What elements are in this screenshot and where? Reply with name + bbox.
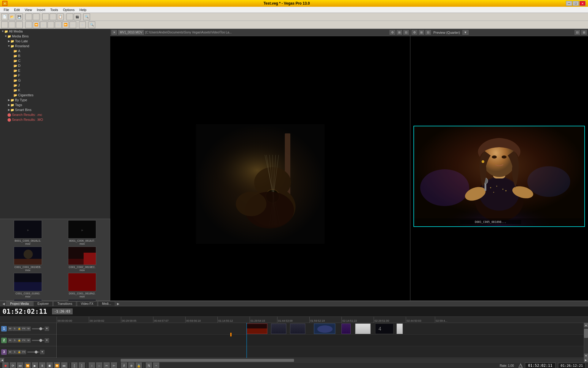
bt-in-marker[interactable]: [ bbox=[71, 362, 77, 368]
tree-item-search1[interactable]: ⬤ Search Results: .mc bbox=[0, 112, 110, 117]
bt-play[interactable]: ▶ bbox=[32, 362, 38, 368]
tree-item-cigarettes[interactable]: 📂 Cigarettes bbox=[0, 93, 110, 98]
h-scroll-left[interactable]: ◀ bbox=[0, 358, 4, 362]
clip-1-7[interactable]: 4 bbox=[375, 324, 394, 334]
menu-help[interactable]: Help bbox=[77, 7, 89, 12]
tab-media[interactable]: Medi... bbox=[98, 301, 115, 306]
thumbnail-b001c006[interactable]: ▶ B001_C006_0818J7.mov bbox=[56, 220, 109, 245]
bt-grid[interactable]: # bbox=[121, 362, 127, 368]
tree-item-k[interactable]: 📂 K bbox=[0, 88, 110, 93]
paste-button[interactable]: 📋 bbox=[57, 13, 64, 20]
minimize-button[interactable]: ─ bbox=[566, 1, 572, 6]
bt-out-marker[interactable]: ] bbox=[79, 362, 85, 368]
copy-button[interactable]: ⎘ bbox=[50, 13, 56, 20]
thumbnail-c001c002[interactable]: C001_C002_0819EC.mov bbox=[56, 247, 109, 272]
track-fx-2[interactable]: FX bbox=[22, 338, 26, 343]
bt-prev[interactable]: ⏪ bbox=[24, 362, 31, 368]
bt-stop[interactable]: ⏹ bbox=[47, 362, 53, 368]
track-solo-2[interactable]: S bbox=[13, 338, 17, 343]
bt-normalize[interactable]: N bbox=[146, 362, 152, 368]
bt-ripple[interactable]: ↕ bbox=[89, 362, 95, 368]
tab-project-media[interactable]: Project Media bbox=[6, 301, 33, 306]
cut-button[interactable]: ✂ bbox=[42, 13, 49, 20]
rewind-all-button[interactable]: ⏮ bbox=[25, 21, 32, 28]
track-collapse-1[interactable]: ▼ bbox=[45, 327, 49, 331]
save-button[interactable]: 💾 bbox=[16, 13, 23, 20]
maximize-button[interactable]: □ bbox=[573, 1, 579, 6]
clip-1-2[interactable] bbox=[271, 324, 286, 334]
bt-trim[interactable]: ⊢ bbox=[111, 362, 117, 368]
h-scroll-right[interactable]: ▶ bbox=[584, 358, 588, 362]
track-mute-1[interactable]: M bbox=[8, 327, 12, 331]
bt-fade[interactable]: ~ bbox=[153, 362, 159, 368]
new-button[interactable]: 📄 bbox=[1, 13, 8, 20]
menu-tools[interactable]: Tools bbox=[48, 7, 61, 12]
right-popup-button[interactable]: ⊞ bbox=[419, 30, 424, 35]
tree-item-e[interactable]: 📂 E bbox=[0, 68, 110, 73]
track-lock-2[interactable]: 🔒 bbox=[17, 338, 21, 343]
track-volume-3[interactable] bbox=[27, 351, 40, 353]
scrollbar-thumb[interactable] bbox=[584, 329, 588, 338]
clip-1-6[interactable] bbox=[355, 324, 371, 334]
undo-button[interactable]: ↩ bbox=[25, 13, 32, 20]
render-button[interactable]: ⚙ bbox=[66, 13, 73, 20]
tab-transitions[interactable]: Transitions bbox=[53, 301, 76, 306]
bt-prev-all[interactable]: ⏮ bbox=[17, 362, 23, 368]
menu-view[interactable]: View bbox=[22, 7, 35, 12]
tree-item-b[interactable]: 📂 B bbox=[0, 53, 110, 58]
bt-split[interactable]: ✂ bbox=[104, 362, 110, 368]
right-expand-button[interactable]: ⊞ bbox=[581, 30, 587, 35]
track-fx-3[interactable]: FX bbox=[22, 350, 26, 354]
tree-item-d[interactable]: 📂 D bbox=[0, 63, 110, 68]
metronome-icon[interactable] bbox=[518, 362, 524, 368]
bt-lock[interactable]: 🔒 bbox=[136, 362, 142, 368]
thumbnail-d001c001[interactable]: D001_C001_0818N2.mov bbox=[56, 273, 109, 298]
explorer-button[interactable]: 🔍 bbox=[83, 13, 90, 20]
tab-scroll-left[interactable]: ◀ bbox=[1, 301, 6, 306]
tree-item-g[interactable]: 📂 G bbox=[0, 78, 110, 83]
bt-loop[interactable]: ⟳ bbox=[10, 362, 16, 368]
track-collapse-2[interactable]: ▼ bbox=[45, 338, 49, 343]
right-settings-button[interactable]: ⚙ bbox=[412, 30, 417, 35]
clip-1-5[interactable] bbox=[341, 324, 351, 334]
tree-item-by-type[interactable]: ▶📁 By Type bbox=[0, 98, 110, 102]
tree-item-media-bins[interactable]: ▼📁 Media Bins bbox=[0, 34, 110, 39]
tree-item-search2[interactable]: ⬤ Search Results: .MO bbox=[0, 117, 110, 122]
right-scrollbar[interactable]: ▲ ▼ bbox=[584, 323, 588, 358]
forward-button[interactable]: ⏩ bbox=[62, 21, 69, 28]
track-mute-3[interactable]: M bbox=[8, 350, 12, 354]
clip-1-3[interactable] bbox=[290, 324, 305, 334]
thumbnail-c001c003[interactable]: C001_C003_01993.mov bbox=[1, 273, 55, 298]
tree-item-roseland[interactable]: ▼📁 Roseland bbox=[0, 44, 110, 48]
track-lock-1[interactable]: 🔒 bbox=[17, 327, 21, 331]
forward-all-button[interactable]: ⏭ bbox=[70, 21, 76, 28]
tree-item-all-media[interactable]: ▼📁 All Media bbox=[0, 29, 110, 34]
clip-1-8[interactable] bbox=[397, 324, 403, 334]
tab-explorer[interactable]: Explorer bbox=[33, 301, 53, 306]
scrollbar-down-arrow[interactable]: ▼ bbox=[584, 354, 588, 358]
h-scroll-thumb[interactable] bbox=[121, 359, 294, 362]
grid-button[interactable]: # bbox=[16, 21, 23, 28]
menu-insert[interactable]: Insert bbox=[34, 7, 48, 12]
search-button[interactable]: 🔍 bbox=[89, 21, 95, 28]
scrollbar-track[interactable] bbox=[584, 327, 588, 354]
tree-item-too-late[interactable]: ▶📁 Too Late bbox=[0, 39, 110, 44]
project-props-button[interactable]: 🎬 bbox=[74, 13, 81, 20]
h-scroll-track[interactable] bbox=[5, 359, 583, 362]
right-close-button[interactable]: ⊟ bbox=[575, 30, 580, 35]
tree-item-c[interactable]: 📂 C bbox=[0, 58, 110, 63]
snap-button[interactable]: ⊕ bbox=[9, 21, 15, 28]
bt-snap[interactable]: ⊕ bbox=[128, 362, 134, 368]
thumbnail-c001c001[interactable]: C001_C001_0819EB.mov bbox=[1, 247, 55, 272]
scrollbar-up-arrow[interactable]: ▲ bbox=[584, 323, 588, 327]
track-lock-3[interactable]: 🔒 bbox=[17, 350, 21, 354]
menu-options[interactable]: Options bbox=[61, 7, 77, 12]
track-volume-1[interactable] bbox=[32, 328, 44, 329]
middle-settings-button[interactable]: ⚙ bbox=[390, 30, 395, 35]
bt-pause[interactable]: ⏸ bbox=[39, 362, 45, 368]
middle-popup-button[interactable]: ⊞ bbox=[397, 30, 402, 35]
pause-button[interactable]: ⏸ bbox=[47, 21, 54, 28]
menu-file[interactable]: File bbox=[1, 7, 12, 12]
tab-scroll-right[interactable]: ▶ bbox=[116, 301, 121, 306]
tree-item-a[interactable]: 📂 A bbox=[0, 48, 110, 53]
